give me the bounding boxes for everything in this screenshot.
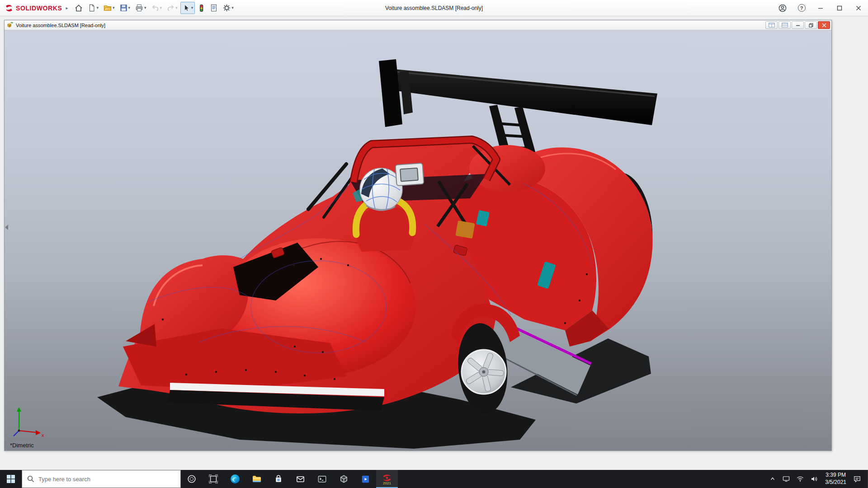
doc-close-button[interactable]: [818, 21, 830, 29]
split-view-vertical-button[interactable]: [778, 21, 791, 29]
home-button[interactable]: [72, 2, 85, 14]
mail-button[interactable]: [289, 470, 311, 488]
cortana-button[interactable]: [181, 470, 203, 488]
doc-minimize-button[interactable]: [792, 21, 804, 29]
solidworks-taskbar-button[interactable]: 2021: [376, 470, 398, 488]
gear-icon: [222, 4, 231, 12]
caret-down-icon[interactable]: ▾: [113, 6, 115, 10]
new-document-button[interactable]: ▾: [86, 2, 100, 14]
caret-down-icon[interactable]: ▾: [191, 6, 193, 10]
chevron-up-icon: [769, 476, 776, 482]
file-explorer-button[interactable]: [246, 470, 268, 488]
solidworks-app: SOLIDWORKS ▸ ▾ ▾: [0, 0, 868, 488]
menu-expand-icon[interactable]: ▸: [66, 5, 68, 10]
close-button[interactable]: [849, 0, 868, 16]
doc-restore-button[interactable]: [805, 21, 817, 29]
car-3d-model[interactable]: [5, 30, 831, 450]
action-center-button[interactable]: [852, 474, 862, 484]
file-properties-icon: [210, 4, 218, 12]
document-title: Voiture assomblee.SLDASM [Read-only]: [16, 23, 105, 28]
undo-button[interactable]: ▾: [149, 2, 164, 14]
x-axis-arrow: [36, 430, 41, 435]
caret-down-icon[interactable]: ▾: [231, 6, 234, 10]
file-explorer-icon: [251, 474, 262, 484]
feature-manager-collapse-arrow[interactable]: [5, 225, 8, 230]
mirror-pod: [395, 163, 424, 186]
brand-name: SOLIDWORKS: [16, 5, 62, 12]
doc-close-icon: [822, 23, 826, 28]
edge-browser-icon: [230, 474, 241, 484]
taskbar-search[interactable]: [22, 470, 181, 488]
movies-tv-icon: [360, 474, 371, 484]
tray-expand-button[interactable]: [768, 474, 777, 483]
select-cursor-icon: [182, 4, 191, 12]
caret-down-icon[interactable]: ▾: [96, 6, 99, 10]
select-tool-button[interactable]: ▾: [180, 2, 195, 14]
options-button[interactable]: ▾: [221, 2, 236, 14]
network-button[interactable]: [795, 474, 805, 483]
assembly-doc-icon: [7, 22, 14, 28]
task-view-button[interactable]: [203, 470, 224, 488]
new-document-icon: [88, 4, 96, 12]
search-input[interactable]: [38, 476, 175, 483]
split-vertical-icon: [782, 23, 788, 28]
help-button[interactable]: ?: [792, 0, 811, 16]
minimize-icon: [818, 5, 823, 11]
start-button[interactable]: [0, 470, 22, 488]
clock-time: 3:39 PM: [825, 472, 846, 479]
account-button[interactable]: [773, 0, 792, 16]
volume-button[interactable]: [809, 474, 819, 483]
help-icon: ?: [798, 4, 806, 12]
3d-viewer-button[interactable]: [333, 470, 354, 488]
x-axis-label: x: [42, 432, 44, 438]
3d-cube-icon: [339, 474, 349, 484]
view-orientation-label: *Dimetric: [10, 442, 34, 449]
microsoft-store-button[interactable]: [268, 470, 289, 488]
clock-date: 3/5/2021: [825, 479, 846, 486]
caret-down-icon[interactable]: ▾: [128, 6, 131, 10]
coordinate-triad[interactable]: x: [12, 405, 46, 439]
split-horizontal-icon: [769, 23, 775, 28]
speaker-icon: [811, 476, 818, 482]
open-button[interactable]: ▾: [101, 2, 117, 14]
task-view-icon: [208, 474, 218, 484]
microsoft-store-icon: [274, 474, 284, 484]
print-icon: [135, 4, 144, 12]
caret-down-icon[interactable]: ▾: [144, 6, 146, 10]
account-icon: [778, 4, 787, 13]
caret-down-icon[interactable]: ▾: [175, 6, 178, 10]
rebuild-stoplight-icon: [198, 4, 205, 13]
maximize-icon: [837, 5, 842, 11]
client-area: Voiture assomblee.SLDASM [Read-only]: [0, 16, 868, 470]
undo-icon: [151, 4, 160, 12]
solidworks-logo: SOLIDWORKS: [5, 4, 62, 13]
graphics-viewport[interactable]: x *Dimetric: [5, 30, 831, 450]
display-icon: [783, 476, 790, 482]
y-axis-arrow: [17, 407, 21, 412]
command-prompt-button[interactable]: [311, 470, 333, 488]
close-icon: [856, 5, 861, 11]
save-button[interactable]: ▾: [118, 2, 132, 14]
redo-icon: [166, 4, 175, 12]
command-prompt-icon: [317, 474, 327, 484]
home-icon: [74, 4, 83, 13]
main-toolbar: ▾ ▾ ▾: [72, 2, 235, 14]
minimize-button[interactable]: [811, 0, 830, 16]
taskbar-clock[interactable]: 3:39 PM 3/5/2021: [823, 472, 848, 486]
search-icon: [27, 475, 34, 483]
maximize-button[interactable]: [830, 0, 849, 16]
edge-browser-button[interactable]: [224, 470, 246, 488]
rebuild-button[interactable]: [196, 2, 207, 14]
split-view-horizontal-button[interactable]: [765, 21, 778, 29]
movies-tv-button[interactable]: [354, 470, 376, 488]
cast-button[interactable]: [781, 474, 791, 483]
file-properties-button[interactable]: [208, 2, 220, 14]
caret-down-icon[interactable]: ▾: [160, 6, 162, 10]
document-titlebar[interactable]: Voiture assomblee.SLDASM [Read-only]: [5, 20, 831, 30]
doc-restore-icon: [809, 23, 813, 28]
solidworks-app-icon: 2021: [381, 473, 393, 485]
document-window-buttons: [764, 21, 830, 29]
print-button[interactable]: ▾: [133, 2, 148, 14]
document-window: Voiture assomblee.SLDASM [Read-only]: [4, 20, 832, 451]
redo-button[interactable]: ▾: [165, 2, 179, 14]
